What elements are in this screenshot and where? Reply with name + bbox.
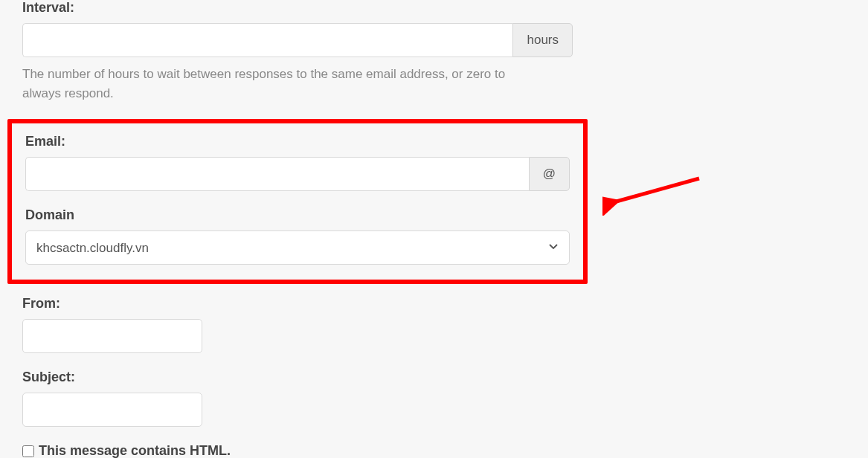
html-checkbox[interactable] (22, 445, 34, 457)
email-label: Email: (25, 134, 570, 149)
from-input[interactable] (22, 319, 202, 353)
html-checkbox-group: This message contains HTML. (22, 443, 573, 458)
interval-label: Interval: (22, 0, 573, 16)
from-label: From: (22, 296, 573, 312)
annotation-arrow-icon (602, 171, 707, 216)
email-at-addon: @ (529, 157, 570, 191)
subject-label: Subject: (22, 370, 573, 385)
svg-line-1 (614, 178, 699, 202)
subject-group: Subject: (22, 370, 573, 427)
interval-group: Interval: hours The number of hours to w… (22, 0, 573, 103)
highlighted-section: Email: @ Domain khcsactn.cloudfly.vn (7, 119, 588, 284)
domain-select[interactable]: khcsactn.cloudfly.vn (25, 230, 570, 265)
email-group: Email: @ (25, 134, 570, 191)
html-checkbox-label: This message contains HTML. (39, 443, 231, 458)
email-input[interactable] (25, 157, 529, 191)
interval-input-group: hours (22, 23, 573, 57)
interval-help-text: The number of hours to wait between resp… (22, 65, 543, 103)
interval-addon: hours (512, 23, 573, 57)
email-input-group: @ (25, 157, 570, 191)
from-group: From: (22, 296, 573, 353)
interval-input[interactable] (22, 23, 512, 57)
domain-label: Domain (25, 207, 570, 223)
subject-input[interactable] (22, 393, 202, 427)
domain-group: Domain khcsactn.cloudfly.vn (25, 207, 570, 265)
domain-select-wrapper: khcsactn.cloudfly.vn (25, 230, 570, 265)
